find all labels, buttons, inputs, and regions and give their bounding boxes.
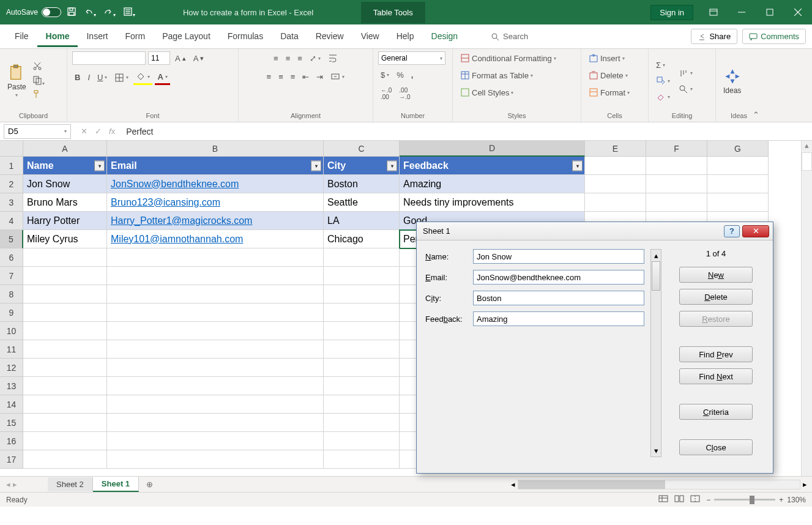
row-header[interactable]: 13 — [0, 377, 23, 395]
cell[interactable] — [324, 450, 400, 469]
tab-file[interactable]: File — [6, 26, 37, 47]
underline-button[interactable]: U▾ — [95, 71, 110, 84]
cell[interactable]: Harry Potter — [23, 212, 107, 230]
enter-formula-icon[interactable]: ✓ — [95, 127, 102, 136]
row-header[interactable]: 14 — [0, 395, 23, 414]
form-find-next-button[interactable]: Find Next — [679, 368, 753, 384]
fill-icon[interactable]: ▾ — [654, 74, 672, 88]
form-input-city[interactable] — [473, 291, 644, 305]
column-header[interactable]: G — [707, 141, 769, 157]
row-header[interactable]: 16 — [0, 432, 23, 450]
cell[interactable] — [646, 175, 707, 193]
row-header[interactable]: 2 — [0, 175, 23, 193]
cell[interactable]: Amazing — [400, 175, 585, 193]
cell[interactable] — [107, 285, 324, 303]
column-header[interactable]: F — [646, 141, 707, 157]
font-color-button[interactable]: A▾ — [155, 70, 169, 85]
cell[interactable] — [107, 267, 324, 285]
minimize-icon[interactable] — [728, 0, 756, 24]
row-header[interactable]: 3 — [0, 193, 23, 212]
dialog-close-icon[interactable]: ✕ — [742, 225, 769, 237]
align-center-icon[interactable]: ≡ — [276, 70, 286, 83]
cell[interactable] — [107, 414, 324, 432]
accounting-format-icon[interactable]: $▾ — [378, 69, 392, 81]
cell[interactable] — [324, 267, 400, 285]
sheet-tab-active[interactable]: Sheet 1 — [93, 477, 139, 492]
row-header[interactable]: 17 — [0, 450, 23, 469]
ribbon-display-icon[interactable] — [699, 0, 728, 24]
cell[interactable]: Needs tiny improvements — [400, 193, 585, 212]
column-header[interactable]: E — [585, 141, 646, 157]
search-box[interactable]: Search — [491, 32, 528, 41]
cell[interactable]: Bruno123@icansing.com — [107, 193, 324, 212]
dialog-help-icon[interactable]: ? — [724, 225, 740, 237]
next-sheet-icon[interactable]: ▸ — [13, 480, 17, 489]
page-layout-view-icon[interactable] — [674, 495, 684, 504]
tab-form[interactable]: Form — [116, 26, 154, 47]
insert-cells-button[interactable]: Insert▾ — [586, 51, 627, 65]
form-input-name[interactable] — [473, 249, 644, 264]
align-top-icon[interactable]: ≡ — [271, 52, 281, 65]
name-box[interactable]: D5▾ — [4, 124, 71, 139]
cell[interactable] — [23, 414, 107, 432]
wrap-text-icon[interactable] — [326, 51, 340, 65]
cell[interactable] — [324, 377, 400, 395]
cell[interactable] — [646, 193, 707, 212]
cell[interactable] — [23, 377, 107, 395]
cell[interactable] — [107, 377, 324, 395]
table-header-cell[interactable]: City▾ — [324, 157, 400, 175]
form-input-feedback[interactable] — [473, 311, 644, 326]
conditional-formatting-button[interactable]: Conditional Formatting▾ — [458, 51, 559, 65]
orientation-icon[interactable]: ⤢▾ — [307, 52, 323, 65]
table-header-cell[interactable] — [646, 157, 707, 175]
cell[interactable]: Jon Snow — [23, 175, 107, 193]
horizontal-scrollbar[interactable]: ◂▸ — [506, 480, 812, 490]
cell[interactable] — [324, 285, 400, 303]
maximize-icon[interactable] — [756, 0, 784, 24]
filter-dropdown-icon[interactable]: ▾ — [311, 160, 321, 171]
cell[interactable]: Miley Cyrus — [23, 230, 107, 248]
cell[interactable] — [23, 248, 107, 267]
select-all-triangle[interactable] — [0, 141, 23, 157]
tab-help[interactable]: Help — [388, 26, 423, 47]
row-header[interactable]: 5 — [0, 230, 23, 248]
cell[interactable]: Bruno Mars — [23, 193, 107, 212]
table-header-cell[interactable] — [585, 157, 646, 175]
italic-button[interactable]: I — [85, 71, 92, 84]
filter-dropdown-icon[interactable]: ▾ — [94, 160, 105, 171]
cell[interactable] — [707, 175, 769, 193]
cell[interactable] — [324, 432, 400, 450]
cell[interactable] — [107, 450, 324, 469]
row-header[interactable]: 10 — [0, 322, 23, 340]
column-header[interactable]: D — [400, 141, 585, 157]
font-name-input[interactable] — [72, 51, 146, 65]
format-painter-icon[interactable] — [32, 89, 45, 101]
column-header[interactable]: A — [23, 141, 107, 157]
increase-decimal-icon[interactable]: ←.0.00 — [378, 85, 394, 102]
table-header-cell[interactable]: Email▾ — [107, 157, 324, 175]
align-bottom-icon[interactable]: ≡ — [295, 52, 305, 65]
decrease-font-icon[interactable]: A▾ — [191, 52, 207, 65]
page-break-view-icon[interactable] — [690, 495, 700, 504]
table-tools-tab[interactable]: Table Tools — [361, 2, 425, 23]
filter-dropdown-icon[interactable]: ▾ — [572, 160, 583, 171]
cell[interactable]: LA — [324, 212, 400, 230]
undo-icon[interactable]: ▾ — [84, 7, 96, 18]
ideas-button[interactable]: Ideas — [721, 65, 743, 97]
table-header-cell[interactable]: Feedback▾ — [400, 157, 585, 175]
decrease-indent-icon[interactable]: ⇤ — [300, 70, 311, 83]
tab-insert[interactable]: Insert — [78, 26, 116, 47]
increase-indent-icon[interactable]: ⇥ — [314, 70, 326, 83]
cell[interactable]: Harry_Potter1@magicrocks.com — [107, 212, 324, 230]
column-header[interactable]: C — [324, 141, 400, 157]
cell[interactable] — [23, 322, 107, 340]
table-header-cell[interactable] — [707, 157, 769, 175]
form-icon[interactable]: ▾ — [123, 7, 135, 18]
zoom-in-icon[interactable]: + — [779, 496, 783, 504]
delete-cells-button[interactable]: Delete▾ — [586, 69, 630, 82]
cell[interactable] — [107, 395, 324, 414]
vertical-scrollbar[interactable]: ▴ — [801, 141, 812, 476]
cell[interactable] — [107, 303, 324, 322]
row-header[interactable]: 8 — [0, 285, 23, 303]
cell[interactable] — [324, 322, 400, 340]
